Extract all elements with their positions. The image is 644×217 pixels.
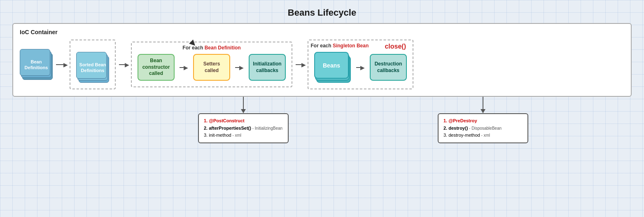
arrow-3: ▶ <box>180 64 188 71</box>
dashed-section-singleton: For each Singleton Bean close() Beans ▶ <box>308 40 413 89</box>
pre-destroy-section: 1. @PreDestroy 2. destroy() - Disposable… <box>438 97 528 143</box>
annotation-post-construct: 1. @PostConstruct 2. afterPropertiesSet(… <box>198 113 289 143</box>
beans-shape: Beans <box>314 52 351 83</box>
main-title: Beans Lifecycle <box>8 4 636 18</box>
ioc-container: IoC Container BeanDefinitions ▶ <box>12 23 632 97</box>
flow-row: BeanDefinitions ▶ Sort <box>20 40 624 89</box>
arrow-5: ▶ <box>296 61 306 68</box>
dashed-section-bean-def: For each Bean Definition Bean constructo… <box>131 42 292 87</box>
arrow-6: ▶ <box>356 64 365 71</box>
ioc-label: IoC Container <box>20 29 624 35</box>
diagram-wrapper: Beans Lifecycle IoC Container BeanDefini… <box>0 0 644 147</box>
post-construct-section: 1. @PostConstruct 2. afterPropertiesSet(… <box>198 97 289 143</box>
initialization-callbacks-node: Initialization callbacks <box>249 54 286 81</box>
bean-constructor-node: Bean constructor called <box>138 54 175 81</box>
bean-definitions-shape: BeanDefinitions <box>20 49 53 80</box>
beans-label: Beans <box>314 52 349 79</box>
sorted-bean-definitions-shape: Sorted BeanDefinitions <box>76 52 109 83</box>
arrow-1: ▶ <box>56 61 68 68</box>
bean-definitions-label: BeanDefinitions <box>25 58 48 70</box>
annotation-pre-destroy: 1. @PreDestroy 2. destroy() - Disposable… <box>438 113 528 143</box>
sorted-bean-definitions-label: Sorted BeanDefinitions <box>79 61 106 73</box>
dashed-section-sorted: Sorted BeanDefinitions <box>70 40 116 89</box>
v-arrow-post-construct <box>241 97 246 113</box>
arrow-2: ▶ <box>119 61 129 68</box>
v-arrow-pre-destroy <box>481 97 485 113</box>
destruction-callbacks-node: Destruction callbacks <box>370 54 407 81</box>
setters-called-node: Setters called <box>193 54 230 81</box>
section-singleton-label: For each Singleton Bean <box>311 43 369 49</box>
close-label: close() <box>385 43 406 50</box>
arrow-4: ▶ <box>235 64 244 71</box>
